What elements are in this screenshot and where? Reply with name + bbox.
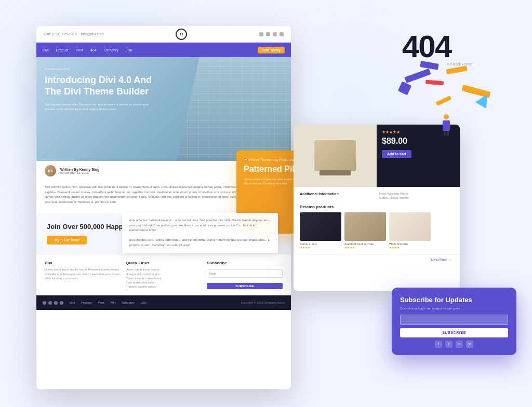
author-name: Written By Kenny Sing <box>60 168 99 171</box>
bottom-nav-post[interactable]: Post <box>98 301 104 304</box>
next-post-link[interactable]: Next Post → <box>294 254 460 265</box>
geo-leg-right <box>447 131 449 136</box>
bottom-ig-icon[interactable] <box>60 301 63 305</box>
bottom-nav-category[interactable]: Category <box>122 301 135 304</box>
youtube-icon[interactable] <box>273 32 277 36</box>
geo-purple-bar-2 <box>420 61 439 70</box>
sub-twitter-icon[interactable]: t <box>445 341 453 348</box>
product-stars-1: ★★★★ <box>300 246 341 249</box>
related-product-3[interactable]: White Surprise ★★★★ <box>389 212 431 249</box>
geo-leg-left <box>444 131 446 136</box>
article-overlap-text: duis at lectus. Vestibulum ac d... nunc … <box>122 213 278 253</box>
facebook-icon[interactable] <box>259 32 263 36</box>
footer-subscribe-button[interactable]: SUBSCRIBE <box>207 283 283 289</box>
type-value: Wireless Piano <box>387 192 408 195</box>
geo-orange-bar-1 <box>446 66 467 75</box>
author-date: on October 11, 2019 <box>60 171 99 174</box>
subscribe-email-input[interactable] <box>400 315 508 325</box>
instagram-icon[interactable] <box>280 32 284 36</box>
footer-copyright: Copyright © 2018 Company Name <box>241 301 285 304</box>
nav-product[interactable]: Product <box>56 48 69 52</box>
related-product-1[interactable]: Camera Lens ★★★★ <box>300 212 341 249</box>
bottom-nav-product[interactable]: Product <box>81 301 92 304</box>
bottom-nav-join[interactable]: Join <box>141 301 147 304</box>
bottom-fb-icon[interactable] <box>43 301 46 305</box>
hero-building-image <box>177 57 291 161</box>
add-to-cart-button[interactable]: Add to cart <box>382 150 411 158</box>
related-products-list: Camera Lens ★★★★ Standard Desk & Chair ★… <box>300 212 454 249</box>
related-products-title: Related products <box>300 205 454 209</box>
sub-google-icon[interactable]: g+ <box>466 341 473 348</box>
email-text: info@divi.com <box>81 32 104 36</box>
footer-links-text: Donec lorem ipsum naturo Quisque dolor a… <box>126 267 202 289</box>
woo-product-image <box>294 125 377 187</box>
blog-footer: Divi Donec lorem ipsum iaculis natum. Pr… <box>36 254 291 295</box>
product-stars-2: ★★★★ <box>344 246 386 249</box>
nav-cta-button[interactable]: Join Today <box>258 47 285 53</box>
additional-info-label: Additional Information <box>300 192 375 196</box>
geo-red-bar <box>425 79 444 85</box>
author-avatar: KS <box>45 165 56 177</box>
nav-category[interactable]: Category <box>104 48 118 52</box>
footer-title-2: Quick Links <box>126 261 202 265</box>
subscribe-card: Subscribe for Updates Cras ultrices ligu… <box>392 288 516 355</box>
footer-col-subscribe: Subscribe SUBSCRIBE <box>207 261 283 289</box>
join-cta-button[interactable]: Try It For Free! <box>47 236 87 245</box>
footer-title-3: Subscribe <box>207 261 283 265</box>
product-thumb-image-3 <box>389 212 431 241</box>
blog-topbar: Call: (233) 325-1313 info@divi.com D <box>36 26 291 43</box>
geo-orange-bar-3 <box>436 96 452 106</box>
sub-facebook-icon[interactable]: f <box>435 341 442 348</box>
geo-person-head <box>444 114 449 119</box>
woo-additional-info: Additional Information <box>300 192 375 199</box>
social-icons <box>259 32 284 36</box>
phone-text: Call: (233) 325-1313 <box>44 32 77 36</box>
contact-info: Call: (233) 325-1313 info@divi.com <box>44 32 104 36</box>
product-image <box>314 140 356 171</box>
geo-person-figure <box>441 114 451 135</box>
footer-col-about: Divi Donec lorem ipsum iaculis natum. Pr… <box>45 261 121 289</box>
geo-purple-square <box>398 82 412 96</box>
sub-linkedin-icon[interactable]: in <box>456 341 463 348</box>
twitter-icon[interactable] <box>266 32 270 36</box>
geo-person-legs <box>441 131 451 136</box>
author-label: Author: <box>379 196 389 199</box>
author-value: Digital Theme <box>390 196 409 199</box>
product-stars-3: ★★★★ <box>389 246 431 249</box>
subscribe-social: f t in g+ <box>400 341 508 348</box>
bottom-nav-404[interactable]: 404 <box>111 301 116 304</box>
overlap-text-2: urus magna justo, lacinia eget cons... s… <box>129 238 271 248</box>
related-products: Related products Camera Lens ★★★★ Standa… <box>294 205 460 254</box>
type-label: Type: <box>379 192 387 195</box>
subscribe-button[interactable]: SUBSCRIBE <box>400 328 508 337</box>
bottom-social <box>43 301 63 305</box>
related-product-2[interactable]: Standard Desk & Chair ★★★★ <box>344 212 386 249</box>
product-thumb-image-1 <box>300 212 341 241</box>
bottom-nav-divi[interactable]: Divi <box>70 301 75 304</box>
subscribe-title: Subscribe for Updates <box>400 296 508 304</box>
hero-title: Introducing Divi 4.0 And The Divi Theme … <box>45 75 159 97</box>
woo-product-meta: Type: Wireless Piano Author: Digital The… <box>379 192 454 199</box>
bottom-yt-icon[interactable] <box>54 301 58 305</box>
footer-email-input[interactable] <box>207 269 283 278</box>
product-thumb-image-2 <box>344 212 386 241</box>
nav-divi[interactable]: Divi <box>43 48 49 52</box>
subscribe-desc: Cras ultrices ligula sed magna dictum po… <box>400 306 508 310</box>
nav-404[interactable]: 404 <box>90 48 97 52</box>
nav-post[interactable]: Post <box>76 48 83 52</box>
hero-subtitle: Sed porttitor lectus nibh. Quisque velit… <box>45 102 149 112</box>
site-logo[interactable]: D <box>176 29 187 40</box>
hero-section: Architecture / Divi Introducing Divi 4.0… <box>36 57 291 161</box>
footer-col-links: Quick Links Donec lorem ipsum naturo Qui… <box>126 261 202 289</box>
woo-details: Additional Information Type: Wireless Pi… <box>294 187 460 205</box>
geo-person-body <box>443 120 450 131</box>
footer-text-1: Donec lorem ipsum iaculis natum. Praesen… <box>45 267 121 280</box>
nav-join[interactable]: Join <box>126 48 132 52</box>
author-info: Written By Kenny Sing on October 11, 201… <box>60 168 99 174</box>
404-geometric-decoration <box>394 57 519 140</box>
next-post-text[interactable]: Next Post → <box>431 258 451 262</box>
overlap-text-1: duis at lectus. Vestibulum ac d... nunc … <box>129 218 271 233</box>
bottom-tw-icon[interactable] <box>48 301 52 305</box>
woo-card: ★★★★★ $89.00 Add to cart Additional Info… <box>294 125 460 291</box>
main-nav: Divi Product Post 404 Category Join Join… <box>36 43 291 57</box>
